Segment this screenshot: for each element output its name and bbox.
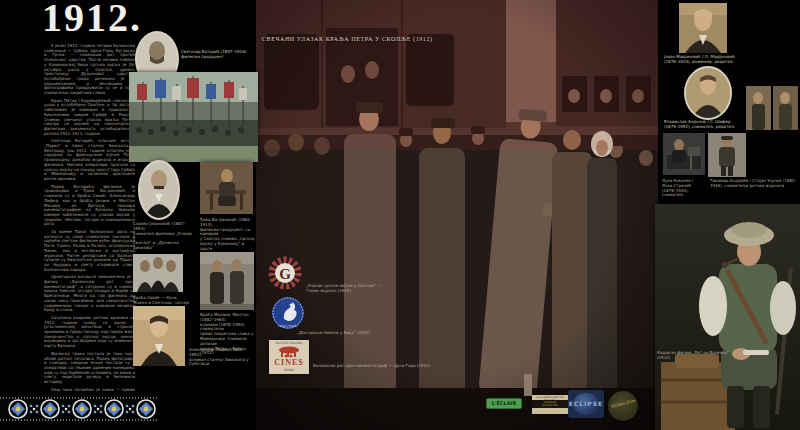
caption-gaumont-film: „Улазак српске војске у Скопље“ — Гомон …: [306, 284, 386, 294]
portrait-sifer: [686, 68, 730, 118]
eclipse-logo: ECLIPSE: [568, 390, 604, 418]
pathe-rooster-logo: PATHÉ FRÈRES: [271, 296, 305, 330]
caption-bogdanovic: Ђока Богдановић (1862–1914), филмски про…: [200, 218, 257, 256]
portrait-lifka: [133, 306, 185, 366]
photo-savic-brothers: [133, 254, 183, 292]
film-coin-logo: Milano Film: [608, 391, 638, 421]
caption-cines-film: Балкански рат кроз кинематограф — Црна Г…: [313, 364, 473, 369]
body-paragraph: Светозар Боторић, власник хотела „Париз“…: [44, 139, 135, 181]
coin-text: Milano Film: [608, 397, 638, 409]
portrait-jovanovic: [140, 162, 178, 218]
photo-crowd-flags: [129, 72, 258, 162]
year-heading: 1912.: [42, 0, 142, 41]
pathe-text: PATHÉ FRÈRES: [279, 324, 298, 328]
body-paragraph: У јесен 1912. године четири балканске са…: [44, 44, 135, 96]
photo-standing-soldier: [708, 133, 746, 177]
caption-soldier-film: Кадар из филма „Рат на Балкану“ (1912): [657, 351, 733, 361]
photo-sitting-soldier: [655, 204, 800, 430]
caption-botoric: Светозар Боторић (1857–1916) филмски про…: [181, 50, 257, 60]
photo-bogdanovic-bench: [200, 162, 253, 214]
photo-manaki-brothers: [200, 252, 254, 310]
body-paragraph: Краљ Петар I Карађорђевић свечано је уша…: [44, 99, 135, 137]
cines-roma-text: ROMA: [269, 368, 309, 372]
caption-pathe-film: „Дан краља Николе у Бару“ (1912): [297, 331, 407, 336]
caption-jovanovic: Славко Јовановић (1887–1953) сниматељ фи…: [133, 222, 195, 251]
eclipse-text: ECLIPSE: [568, 400, 604, 407]
body-paragraph: Сачувани кадрови ратних хроника из 1912.…: [44, 316, 135, 349]
folk-embroidery-border: [0, 396, 158, 422]
body-paragraph: За време Првог балканског рата на ратишт…: [44, 230, 135, 272]
caption-sifer: Владислав Андонов / С. Шифер (1875–1952)…: [664, 120, 780, 130]
body-paragraph: Црногорско ратиште овековечено је у филм…: [44, 275, 135, 313]
body-paragraph: Филмска трака постала је тако нови облик…: [44, 352, 135, 385]
cines-name-text: CINES: [269, 359, 309, 367]
eclair-logo: L'ÉCLAIR: [486, 398, 522, 409]
caption-lifka: Александар Лифка (1880–1952), оснивач ст…: [189, 348, 257, 367]
ticket-line2: ACTUALITÉS: [532, 404, 568, 407]
gaumont-ticket-stamp: LA GUERRE DANS LES BALKANS GAUMONT ACTUA…: [532, 395, 568, 414]
body-paragraph: Овај пано посвећен је њима — првим филмс…: [44, 388, 135, 392]
caption-marjanovic: Јован Марјановић / О. Марјановић (1876–1…: [664, 55, 780, 65]
cines-logo: SOCIETÀ ITALIANA CINES ROMA: [269, 340, 309, 374]
gaumont-letter: G: [279, 266, 291, 282]
portrait-marjanovic: [679, 3, 727, 53]
caption-uzunov: Тихомир Андрејев / Стојан Узунов (1882–1…: [710, 179, 798, 189]
gaumont-daisy-logo: G: [268, 256, 302, 290]
exhibition-panel: СВЕЧАНИ УЛАЗАК КРАЉА ПЕТРА У СКОПЉЕ (191…: [0, 0, 800, 430]
body-text-column: У јесен 1912. године четири балканске са…: [44, 44, 135, 392]
photo-title: СВЕЧАНИ УЛАЗАК КРАЉА ПЕТРА У СКОПЉЕ (191…: [262, 36, 433, 42]
caption-kovacev: Лука Ковачев / Лука Стрелић (1878–1940),…: [662, 179, 708, 198]
body-paragraph: Поред Боторића филмове је производио и Ђ…: [44, 185, 135, 227]
photo-cameraman: [663, 133, 705, 175]
